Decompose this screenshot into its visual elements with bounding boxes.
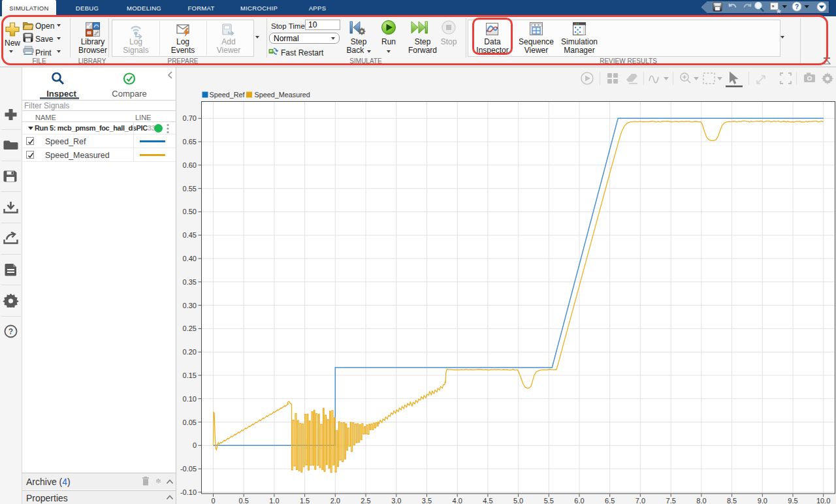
svg-text:7.0: 7.0	[635, 497, 645, 504]
svg-text:5.0: 5.0	[513, 497, 523, 504]
svg-text:Speed_Measured: Speed_Measured	[255, 91, 310, 99]
svg-text:-0.10: -0.10	[180, 488, 197, 496]
svg-text:0.15: 0.15	[183, 371, 197, 379]
svg-text:0.35: 0.35	[183, 278, 197, 286]
svg-text:3.0: 3.0	[391, 497, 401, 504]
svg-text:-0.05: -0.05	[180, 465, 197, 473]
svg-text:0.60: 0.60	[183, 161, 197, 169]
svg-text:Speed_Ref: Speed_Ref	[210, 91, 246, 99]
svg-text:0.40: 0.40	[183, 255, 197, 262]
svg-text:3.5: 3.5	[422, 497, 432, 504]
svg-text:0.55: 0.55	[183, 185, 197, 193]
svg-text:0.70: 0.70	[183, 114, 197, 122]
svg-text:6.5: 6.5	[605, 497, 615, 504]
svg-text:2.5: 2.5	[361, 497, 370, 504]
svg-text:4.0: 4.0	[453, 497, 462, 504]
svg-text:10.0: 10.0	[816, 497, 830, 504]
svg-text:0: 0	[211, 497, 215, 504]
svg-text:5.5: 5.5	[544, 497, 554, 504]
svg-text:1.5: 1.5	[300, 497, 310, 504]
svg-text:0.05: 0.05	[183, 418, 197, 426]
svg-text:0.45: 0.45	[183, 231, 197, 239]
svg-text:6.0: 6.0	[574, 497, 584, 504]
svg-text:0: 0	[193, 441, 197, 449]
svg-text:9.0: 9.0	[758, 497, 767, 504]
svg-text:4.5: 4.5	[483, 497, 492, 504]
svg-text:0.5: 0.5	[239, 497, 249, 504]
svg-text:7.5: 7.5	[666, 497, 676, 504]
svg-text:?: ?	[8, 327, 13, 336]
svg-text:»: »	[772, 3, 775, 9]
svg-text:9.5: 9.5	[788, 497, 797, 504]
svg-text:?: ?	[795, 3, 799, 10]
svg-text:0.65: 0.65	[183, 138, 197, 146]
svg-text:0.10: 0.10	[183, 395, 197, 403]
svg-text:0.25: 0.25	[183, 324, 197, 332]
svg-text:0.30: 0.30	[183, 302, 197, 309]
svg-text:0.50: 0.50	[183, 208, 197, 215]
svg-text:0.20: 0.20	[183, 348, 197, 356]
svg-text:8.5: 8.5	[727, 497, 737, 504]
svg-text:8.0: 8.0	[696, 497, 706, 504]
svg-text:1.0: 1.0	[269, 497, 279, 504]
svg-text:2.0: 2.0	[330, 497, 340, 504]
